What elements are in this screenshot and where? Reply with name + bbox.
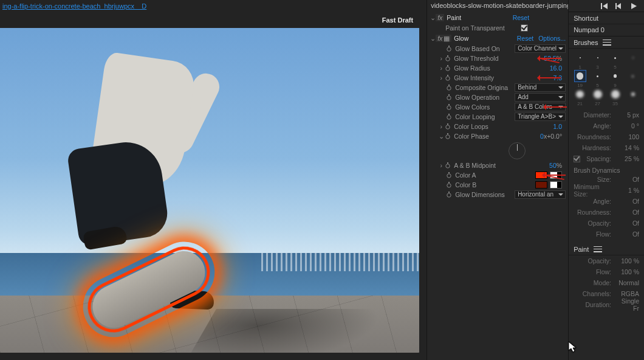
effect-glow-header[interactable]: ⌄ fx▦ Glow Reset Options... — [430, 33, 566, 44]
brush-preset[interactable] — [628, 52, 639, 63]
stopwatch-icon[interactable] — [444, 55, 451, 62]
brushes-header[interactable]: Brushes — [569, 36, 644, 49]
svg-point-2 — [446, 57, 450, 61]
svg-rect-1 — [448, 46, 450, 47]
eyedropper-icon[interactable] — [550, 171, 562, 179]
twirl-right-icon[interactable]: › — [438, 55, 444, 62]
first-frame-button[interactable] — [600, 2, 609, 10]
twirl-right-icon[interactable]: › — [438, 64, 444, 72]
prev-frame-button[interactable] — [615, 2, 623, 10]
play-button[interactable] — [629, 2, 638, 10]
glow-threshold-value[interactable]: 52.5% — [544, 55, 566, 62]
svg-point-10 — [447, 96, 451, 100]
stopwatch-icon[interactable] — [444, 123, 451, 130]
panel-menu-icon[interactable] — [594, 246, 602, 252]
color-phase-dial[interactable] — [509, 142, 526, 159]
glow-colors-select[interactable]: A & B Colors — [515, 103, 566, 111]
stopwatch-icon[interactable] — [444, 133, 451, 140]
viewer-boats — [261, 253, 419, 271]
stopwatch-icon[interactable] — [445, 103, 453, 111]
stopwatch-icon[interactable] — [445, 94, 453, 101]
svg-rect-23 — [448, 172, 450, 173]
svg-rect-3 — [447, 55, 448, 57]
brush-preset-grid: 1351959212735 — [569, 49, 644, 109]
svg-rect-21 — [447, 162, 448, 164]
brush-preset[interactable] — [610, 71, 621, 81]
brush-dynamics-header: Brush Dynamics — [569, 164, 644, 174]
color-b-swatch[interactable] — [535, 181, 547, 189]
fast-draft-indicator[interactable]: Fast Draft — [382, 16, 413, 24]
brush-preset[interactable] — [592, 52, 603, 63]
prop-label: Color B — [455, 181, 476, 189]
stopwatch-icon[interactable] — [444, 74, 451, 81]
effect-controls-tab[interactable]: videoblocks-slow-motion-skateboarder-jum… — [427, 0, 568, 12]
stopwatch-icon[interactable] — [445, 171, 453, 179]
ab-midpoint-value[interactable]: 50% — [549, 162, 566, 169]
color-loops-value[interactable]: 1.0 — [553, 123, 566, 130]
color-phase-value[interactable]: 0x+0.0° — [540, 133, 566, 140]
stopwatch-icon[interactable] — [444, 64, 451, 72]
stopwatch-icon[interactable] — [445, 191, 453, 198]
stopwatch-icon[interactable] — [444, 162, 451, 169]
twirl-right-icon[interactable]: › — [438, 162, 444, 169]
glow-operation-row: Glow Operation Add — [430, 92, 566, 102]
prop-label: Color A — [455, 171, 476, 179]
effect-paint-header[interactable]: ⌄ fx Paint Reset — [430, 12, 566, 23]
brush-preset[interactable] — [592, 89, 603, 100]
stopwatch-icon[interactable] — [445, 181, 453, 189]
brush-preset[interactable] — [610, 89, 621, 100]
composition-tab[interactable]: ing-a-flip-trick-on-concrete-beach_hbrju… — [2, 2, 146, 10]
svg-marker-29 — [603, 3, 608, 9]
stopwatch-icon[interactable] — [445, 45, 453, 52]
dyn-angle: Angle:Of — [569, 196, 644, 207]
brush-preset[interactable] — [575, 89, 586, 100]
paint-on-transparent-checkbox[interactable] — [521, 24, 528, 32]
glow-operation-select[interactable]: Add — [515, 93, 566, 102]
color-looping-select[interactable]: Triangle A>B> — [515, 112, 566, 121]
twirl-down-icon[interactable]: ⌄ — [438, 133, 444, 140]
dyn-flow: Flow:Of — [569, 229, 644, 240]
brush-preset[interactable] — [628, 89, 639, 100]
svg-marker-30 — [617, 3, 621, 9]
reset-link[interactable]: Reset — [513, 14, 566, 21]
svg-rect-31 — [615, 3, 617, 9]
reset-link[interactable]: Reset — [517, 35, 533, 42]
brush-preset[interactable] — [592, 71, 603, 81]
glow-based-on-select[interactable]: Color Channel — [515, 44, 566, 53]
twirl-right-icon[interactable]: › — [438, 74, 444, 81]
stopwatch-icon[interactable] — [445, 113, 453, 120]
fx-enable-badge[interactable]: fx — [436, 14, 444, 21]
glow-colors-row: Glow Colors A & B Colors — [430, 102, 566, 112]
prop-label: Glow Operation — [455, 94, 499, 101]
brush-roundness: Roundness:100 — [569, 131, 644, 142]
prop-label: Glow Dimensions — [455, 191, 505, 198]
twirl-down-icon[interactable]: ⌄ — [430, 14, 436, 21]
options-link[interactable]: Options... — [538, 35, 566, 42]
panel-menu-icon[interactable] — [603, 40, 611, 46]
shortcut-value[interactable]: Numpad 0 — [569, 24, 644, 36]
spacing-checkbox[interactable] — [574, 156, 580, 162]
glow-dimensions-select[interactable]: Horizontal an — [515, 190, 566, 199]
fx-enable-badge[interactable]: fx▦ — [436, 35, 451, 42]
brush-diameter: Diameter:5 px — [569, 109, 644, 120]
color-a-swatch[interactable] — [535, 171, 547, 179]
glow-radius-value[interactable]: 16.0 — [550, 64, 566, 72]
twirl-down-icon[interactable]: ⌄ — [430, 35, 436, 42]
prop-label: Glow Threshold — [454, 55, 498, 62]
brush-preset[interactable] — [628, 71, 639, 81]
brush-preset[interactable] — [575, 52, 586, 63]
composite-original-select[interactable]: Behind — [515, 83, 566, 92]
glow-intensity-value[interactable]: 7.3 — [553, 74, 566, 81]
prop-label: Glow Radius — [454, 64, 490, 72]
twirl-right-icon[interactable]: › — [438, 123, 444, 130]
brush-preset[interactable] — [610, 52, 621, 63]
glow-intensity-row: › Glow Intensity 7.3 — [430, 73, 566, 83]
ab-midpoint-row: › A & B Midpoint 50% — [430, 161, 566, 170]
eyedropper-icon[interactable] — [550, 181, 562, 189]
composition-viewer[interactable] — [0, 28, 419, 353]
paint-panel-header[interactable]: Paint — [569, 243, 644, 255]
svg-point-12 — [447, 106, 451, 109]
composition-panel: ing-a-flip-trick-on-concrete-beach_hbrju… — [0, 0, 426, 360]
brush-preset[interactable] — [575, 71, 586, 81]
stopwatch-icon[interactable] — [445, 84, 453, 91]
